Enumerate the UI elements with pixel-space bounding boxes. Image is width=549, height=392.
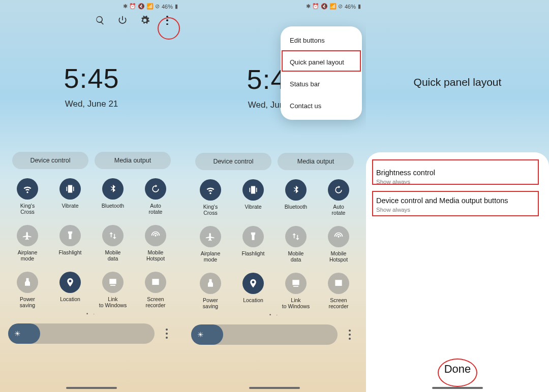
toggle-flashlight[interactable]: Flashlight	[232, 226, 274, 263]
flashlight-icon[interactable]	[242, 226, 264, 247]
nav-handle[interactable]	[66, 387, 117, 389]
wifi-icon[interactable]	[17, 178, 38, 200]
location-icon[interactable]	[59, 272, 81, 293]
menu-contact-us[interactable]: Contact us	[281, 95, 362, 117]
flashlight-icon[interactable]	[59, 225, 81, 246]
toggle-label: Airplanemode	[18, 249, 38, 262]
media-output-button[interactable]: Media output	[278, 153, 354, 170]
power-icon[interactable]	[117, 15, 128, 26]
screen-3-layout-settings: Quick panel layout Brightness control Sh…	[366, 0, 549, 392]
brightness-more-icon[interactable]	[159, 323, 175, 344]
toggle-label: Airplanemode	[201, 250, 221, 263]
screenrec-icon[interactable]	[328, 273, 349, 294]
vibrate-icon[interactable]	[59, 178, 81, 200]
toggle-autorotate[interactable]: Autorotate	[317, 179, 360, 216]
toggle-vibrate[interactable]: Vibrate	[232, 179, 274, 216]
toggle-bluetooth[interactable]: Bluetooth	[274, 179, 317, 216]
status-bar: ✱ ⏰ 🔇 📶 ⊘ 46% ▮	[0, 0, 183, 11]
toggle-label: Powersaving	[203, 297, 218, 309]
airplane-icon[interactable]	[200, 226, 221, 247]
nav-handle[interactable]	[249, 387, 300, 389]
brightness-row: ☀	[191, 324, 358, 345]
brightness-slider[interactable]: ☀	[191, 324, 338, 345]
toggle-powersaving[interactable]: Powersaving	[6, 272, 49, 308]
status-icons: ✱ ⏰ 🔇 📶 ⊘	[123, 3, 160, 10]
toggle-linkwin[interactable]: Linkto Windows	[92, 272, 134, 308]
menu-edit-buttons[interactable]: Edit buttons	[281, 29, 362, 51]
toggle-label: Powersaving	[20, 296, 35, 308]
option-brightness-control[interactable]: Brightness control Show always	[376, 164, 539, 191]
toggle-hotspot[interactable]: MobileHotspot	[317, 226, 360, 263]
page-indicator: • ·	[0, 311, 183, 316]
rotate-icon[interactable]	[145, 178, 166, 200]
toggle-screenrec[interactable]: Screenrecorder	[134, 272, 177, 308]
toggle-hotspot[interactable]: MobileHotspot	[134, 225, 177, 262]
brightness-slider[interactable]: ☀	[8, 323, 155, 344]
toggle-bluetooth[interactable]: Bluetooth	[92, 178, 134, 215]
toggle-wifi[interactable]: King'sCross	[189, 179, 232, 216]
toggle-label: Mobiledata	[288, 250, 304, 263]
toggle-label: Linkto Windows	[282, 297, 310, 309]
overflow-menu: Edit buttons Quick panel layout Status b…	[281, 26, 362, 120]
toggle-location[interactable]: Location	[49, 272, 92, 308]
bluetooth-icon[interactable]	[102, 178, 124, 200]
brightness-fill	[8, 323, 40, 344]
nav-handle[interactable]	[432, 387, 483, 389]
device-control-button[interactable]: Device control	[12, 152, 88, 169]
linkwin-icon[interactable]	[102, 272, 124, 293]
toggle-label: Bluetooth	[102, 203, 124, 215]
brightness-fill	[191, 324, 223, 345]
rotate-icon[interactable]	[328, 179, 349, 201]
hotspot-icon[interactable]	[145, 225, 166, 246]
mobiledata-icon[interactable]	[285, 226, 307, 247]
toggle-mobiledata[interactable]: Mobiledata	[274, 226, 317, 263]
option-title: Device control and Media output buttons	[376, 197, 539, 205]
toggle-vibrate[interactable]: Vibrate	[49, 178, 92, 215]
menu-quick-panel-layout[interactable]: Quick panel layout	[281, 51, 362, 73]
quick-toggle-grid-2: King'sCrossVibrateBluetoothAutorotateAir…	[183, 170, 366, 309]
option-device-media-buttons[interactable]: Device control and Media output buttons …	[376, 191, 539, 219]
menu-status-bar[interactable]: Status bar	[281, 73, 362, 95]
toggle-autorotate[interactable]: Autorotate	[134, 178, 177, 215]
option-subtitle: Show always	[376, 179, 539, 185]
toggle-screenrec[interactable]: Screenrecorder	[317, 273, 360, 309]
toggle-label: Autorotate	[149, 203, 163, 215]
bluetooth-icon[interactable]	[285, 179, 307, 201]
mobiledata-icon[interactable]	[102, 225, 124, 246]
done-button[interactable]: Done	[366, 355, 549, 383]
toggle-wifi[interactable]: King'sCross	[6, 178, 49, 215]
clock-block: 5:45 Wed, June 21	[0, 62, 183, 109]
brightness-more-icon[interactable]	[342, 324, 358, 345]
toggle-mobiledata[interactable]: Mobiledata	[92, 225, 134, 262]
vibrate-icon[interactable]	[242, 179, 264, 201]
toggle-airplane[interactable]: Airplanemode	[6, 225, 49, 262]
battery-icon: ▮	[175, 3, 178, 10]
toggle-label: Screenrecorder	[328, 297, 348, 309]
power-icon[interactable]	[200, 273, 221, 294]
option-subtitle: Show always	[376, 207, 539, 213]
screenrec-icon[interactable]	[145, 272, 166, 293]
power-icon[interactable]	[17, 272, 38, 293]
settings-gear-icon[interactable]	[139, 15, 150, 26]
toggle-label: King'sCross	[203, 204, 218, 216]
toggle-label: King'sCross	[20, 203, 35, 215]
toggle-label: Bluetooth	[285, 204, 307, 216]
toggle-flashlight[interactable]: Flashlight	[49, 225, 92, 262]
device-control-button[interactable]: Device control	[195, 153, 271, 170]
toggle-powersaving[interactable]: Powersaving	[189, 273, 232, 309]
wifi-icon[interactable]	[200, 179, 221, 201]
toggle-linkwin[interactable]: Linkto Windows	[274, 273, 317, 309]
location-icon[interactable]	[242, 273, 264, 294]
media-output-button[interactable]: Media output	[95, 152, 171, 169]
hotspot-icon[interactable]	[328, 226, 349, 247]
linkwin-icon[interactable]	[285, 273, 307, 294]
battery-percent: 46%	[345, 4, 356, 10]
search-icon[interactable]	[95, 15, 106, 26]
airplane-icon[interactable]	[17, 225, 38, 246]
toggle-location[interactable]: Location	[232, 273, 274, 309]
toggle-label: Mobiledata	[105, 249, 121, 262]
battery-icon: ▮	[358, 3, 361, 10]
header-actions	[0, 11, 183, 26]
toggle-airplane[interactable]: Airplanemode	[189, 226, 232, 263]
more-menu-icon[interactable]	[162, 15, 173, 26]
